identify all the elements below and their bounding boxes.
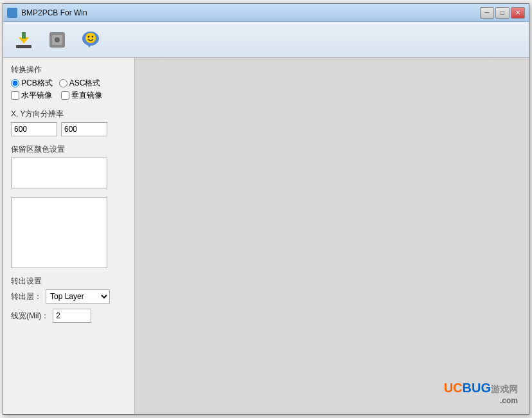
format-radio-group: PCB格式 ASC格式 xyxy=(11,78,127,89)
width-input[interactable] xyxy=(53,309,91,323)
mirror-group: 水平镜像 垂直镜像 xyxy=(11,90,127,101)
output-section: 转出设置 转出层： Top Layer Bottom Layer Inner L… xyxy=(11,276,127,328)
convert-section: 转换操作 PCB格式 ASC格式 水平镜像 xyxy=(11,64,127,104)
svg-rect-0 xyxy=(16,45,31,48)
watermark-brand: UCBUG游戏网 xyxy=(444,379,518,396)
asc-radio-input[interactable] xyxy=(59,79,67,87)
convert-title: 转换操作 xyxy=(11,64,127,75)
layer-label: 转出层： xyxy=(11,291,42,302)
color-list-box[interactable] xyxy=(11,197,107,268)
svg-point-9 xyxy=(88,35,90,37)
title-controls: ─ □ ✕ xyxy=(480,7,525,19)
width-label: 线宽(Mil)： xyxy=(11,311,49,322)
title-bar: BMP2PCB For Win ─ □ ✕ xyxy=(3,4,529,22)
close-button[interactable]: ✕ xyxy=(511,7,525,19)
mirror-v-input[interactable] xyxy=(61,91,69,100)
window-title: BMP2PCB For Win xyxy=(21,8,87,17)
svg-marker-7 xyxy=(87,44,92,48)
svg-point-10 xyxy=(92,35,94,37)
resolution-x-input[interactable] xyxy=(11,122,57,136)
asc-radio-label: ASC格式 xyxy=(69,78,101,89)
output-title: 转出设置 xyxy=(11,276,127,287)
svg-point-8 xyxy=(85,33,96,43)
layer-row: 转出层： Top Layer Bottom Layer Inner Layer1… xyxy=(11,289,127,304)
minimize-button[interactable]: ─ xyxy=(480,7,494,19)
resolution-y-input[interactable] xyxy=(61,122,107,136)
mirror-h-input[interactable] xyxy=(11,91,19,100)
title-bar-left: BMP2PCB For Win xyxy=(7,8,87,18)
pcb-radio-input[interactable] xyxy=(11,79,19,87)
settings-button[interactable] xyxy=(42,25,73,55)
color-box[interactable] xyxy=(11,158,107,188)
main-window: BMP2PCB For Win ─ □ ✕ xyxy=(3,3,529,415)
watermark: UCBUG游戏网 .com xyxy=(444,379,518,406)
main-content: 转换操作 PCB格式 ASC格式 水平镜像 xyxy=(3,58,529,414)
left-panel: 转换操作 PCB格式 ASC格式 水平镜像 xyxy=(3,58,135,414)
pcb-format-radio[interactable]: PCB格式 xyxy=(11,78,53,89)
mirror-v-label: 垂直镜像 xyxy=(71,90,102,101)
asc-format-radio[interactable]: ASC格式 xyxy=(59,78,101,89)
color-title: 保留区颜色设置 xyxy=(11,144,127,155)
right-panel xyxy=(135,58,529,414)
app-icon xyxy=(7,8,17,18)
watermark-bug: BUG xyxy=(463,379,491,396)
maximize-button[interactable]: □ xyxy=(495,7,510,19)
resolution-section: X, Y方向分辨率 xyxy=(11,109,127,136)
watermark-uc: UC xyxy=(444,379,463,396)
import-icon xyxy=(13,30,34,50)
svg-point-5 xyxy=(55,37,60,42)
resolution-inputs xyxy=(11,122,127,136)
import-button[interactable] xyxy=(8,25,39,55)
mirror-h-label: 水平镜像 xyxy=(21,90,52,101)
width-row: 线宽(Mil)： xyxy=(11,309,127,323)
canvas-area xyxy=(135,58,529,414)
mirror-h-checkbox[interactable]: 水平镜像 xyxy=(11,90,52,101)
settings-icon xyxy=(47,30,67,50)
watermark-game: 游戏网 xyxy=(491,383,518,395)
resolution-title: X, Y方向分辨率 xyxy=(11,109,127,120)
mirror-v-checkbox[interactable]: 垂直镜像 xyxy=(61,90,102,101)
toolbar xyxy=(3,22,529,58)
pcb-radio-label: PCB格式 xyxy=(21,78,53,89)
color-section: 保留区颜色设置 xyxy=(11,144,127,188)
watermark-com: .com xyxy=(500,396,518,406)
chat-icon xyxy=(80,30,101,50)
about-button[interactable] xyxy=(75,25,106,55)
svg-rect-2 xyxy=(22,32,26,39)
layer-select[interactable]: Top Layer Bottom Layer Inner Layer1 Inne… xyxy=(46,289,110,304)
